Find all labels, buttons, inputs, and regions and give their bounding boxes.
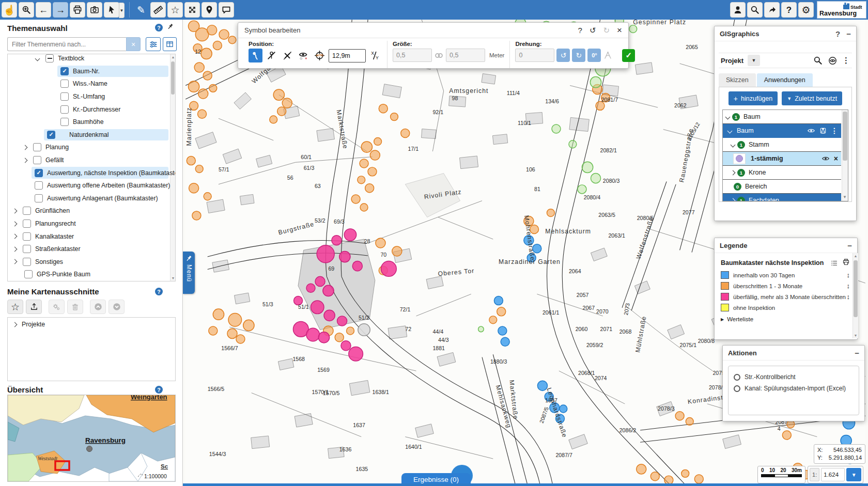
visibility-symbol-button[interactable] [297, 49, 311, 62]
select-cursor-button[interactable]: ▼ [104, 2, 119, 18]
draw-pencil-button[interactable]: ✎ [133, 2, 149, 18]
checkbox[interactable]: ✓ [60, 67, 69, 75]
tree-marker-orange[interactable] [376, 238, 385, 248]
chevron-down-icon[interactable] [725, 114, 731, 119]
updown-icon[interactable]: ↕ [847, 293, 850, 301]
tree-marker-pink[interactable] [306, 284, 315, 292]
checkbox[interactable] [33, 143, 41, 151]
tree-marker-orange[interactable] [207, 25, 217, 35]
tree-marker-orange[interactable] [219, 29, 229, 39]
user-button[interactable] [730, 2, 746, 18]
tree-marker-green[interactable] [569, 140, 577, 148]
chevron-right-icon[interactable] [12, 221, 18, 226]
auto-crosshair-button[interactable]: AUTO [313, 49, 327, 62]
checkbox[interactable] [23, 207, 31, 215]
help-button[interactable]: ? [781, 2, 797, 18]
kebab-icon[interactable]: ⋮ [831, 127, 838, 134]
tree-marker-pink[interactable] [306, 328, 320, 341]
theme-item-auswertung-nächste-inspektion-baumkataster-[interactable]: ✓ Auswertung, nächste Inspektion (Baumka… [8, 166, 169, 179]
tree-marker-orange[interactable] [664, 476, 673, 483]
chevron-down-icon[interactable] [727, 128, 733, 133]
app-tree-item-baum[interactable]: Baum⋮ [723, 124, 841, 138]
tree-marker-orange[interactable] [391, 113, 398, 121]
tree-marker-pink[interactable] [311, 301, 324, 314]
theme-tree-scrollbar[interactable]: ▲ ▼ [170, 54, 175, 281]
rotation-input[interactable] [515, 49, 554, 62]
recently-used-button[interactable]: ▼ Zuletzt benutzt [782, 91, 842, 105]
theme-item-gefällt[interactable]: Gefällt [8, 154, 169, 167]
tree-marker-orange[interactable] [489, 316, 497, 324]
rotate-ccw-button[interactable]: ↺ [556, 49, 570, 62]
rotation-reset-button[interactable]: 0° [587, 49, 601, 62]
checkbox[interactable]: ✓ [35, 169, 43, 177]
updown-icon[interactable]: ↕ [847, 271, 850, 279]
tree-marker-orange[interactable] [347, 327, 354, 335]
actions-minimize-icon[interactable]: − [855, 349, 859, 357]
action-option[interactable]: Kanal: Spülungsdaten-Import (Excel) [734, 383, 854, 394]
tree-marker-orange[interactable] [203, 71, 212, 80]
tree-marker-green[interactable] [552, 124, 561, 133]
tree-marker-orange[interactable] [379, 104, 388, 113]
dialog-help-icon[interactable]: ? [578, 26, 582, 34]
gispanel-minimize-icon[interactable]: − [846, 30, 851, 38]
size-height-input[interactable] [446, 49, 485, 62]
theme-item-auswertung-anlagenart-baumkataster-[interactable]: Auswertung Anlagenart (Baumkataster) [8, 192, 169, 205]
rotate-cw-button[interactable]: ↻ [572, 49, 585, 62]
measure-ruler-button[interactable] [150, 2, 166, 18]
tree-marker-orange[interactable] [228, 36, 236, 44]
legend-werteliste-toggle[interactable]: ▶ Werteliste [721, 316, 850, 322]
tree-marker-orange[interactable] [201, 48, 212, 59]
cursor-dropdown-caret[interactable]: ▼ [119, 3, 125, 18]
checkbox[interactable] [23, 245, 31, 253]
dialog-undo-icon[interactable]: ↺ [590, 26, 596, 34]
tree-marker-pink[interactable] [324, 310, 335, 321]
checkbox[interactable] [23, 258, 31, 266]
tree-marker-orange[interactable] [228, 313, 242, 327]
tree-marker-orange[interactable] [497, 307, 506, 316]
tree-marker-blue[interactable] [498, 326, 507, 335]
app-tree-item-baum[interactable]: 1Baum [723, 110, 841, 124]
checkbox[interactable] [45, 54, 54, 62]
tree-marker-orange[interactable] [277, 107, 286, 116]
tree-marker-green[interactable] [578, 185, 586, 194]
tree-marker-orange[interactable] [351, 195, 360, 203]
chevron-right-icon[interactable] [12, 259, 18, 264]
tree-marker-orange[interactable] [213, 309, 224, 320]
theme-help-icon[interactable]: ? [155, 24, 163, 32]
app-tree-item-bereich[interactable]: 0Bereich [723, 180, 841, 194]
filter-options-button[interactable] [146, 37, 161, 51]
floppy-icon[interactable] [819, 127, 827, 134]
theme-item-grünflächen[interactable]: Grünflächen [8, 205, 169, 217]
tree-marker-orange[interactable] [187, 156, 195, 165]
tree-marker-orange[interactable] [227, 328, 237, 338]
position-distance-input[interactable] [329, 49, 366, 62]
layout-columns-button[interactable] [163, 37, 177, 51]
app-tree-item-fachdaten[interactable]: 1Fachdaten [723, 194, 841, 201]
app-tree-item-stamm[interactable]: 1Stamm [723, 138, 841, 152]
radio-icon[interactable] [734, 385, 740, 392]
pan-hand-button[interactable]: ☝ [2, 2, 17, 18]
move-arrows-button[interactable] [184, 2, 200, 18]
panel-pin-icon[interactable] [166, 23, 174, 30]
eye-icon[interactable] [807, 127, 815, 135]
tree-marker-pink[interactable] [332, 236, 342, 245]
chevron-right-icon[interactable] [12, 208, 18, 213]
tree-marker-orange[interactable] [694, 475, 703, 483]
overview-help-icon[interactable]: ? [155, 386, 163, 394]
tree-marker-blue[interactable] [494, 296, 503, 305]
gispanel-help-icon[interactable]: ? [835, 30, 840, 38]
theme-item-sonstiges[interactable]: Sonstiges [8, 256, 169, 269]
comment-bubble-button[interactable] [219, 2, 234, 18]
theme-filter-input[interactable] [7, 37, 126, 51]
clip-upload-button[interactable] [26, 300, 42, 314]
size-width-input[interactable] [393, 49, 432, 62]
checkbox[interactable] [35, 194, 43, 202]
theme-item-st-umfang[interactable]: St.-Umfang [8, 90, 169, 103]
theme-item-gps-punkte-baum[interactable]: GPS-Punkte Baum [8, 268, 169, 281]
tree-marker-orange[interactable] [787, 420, 795, 428]
tree-marker-pink[interactable] [381, 261, 397, 277]
theme-item-baumhöhe[interactable]: Baumhöhe [8, 116, 169, 129]
location-pin-button[interactable] [202, 2, 217, 18]
chevron-right-icon[interactable] [23, 158, 28, 163]
link-size-icon[interactable] [434, 51, 444, 60]
